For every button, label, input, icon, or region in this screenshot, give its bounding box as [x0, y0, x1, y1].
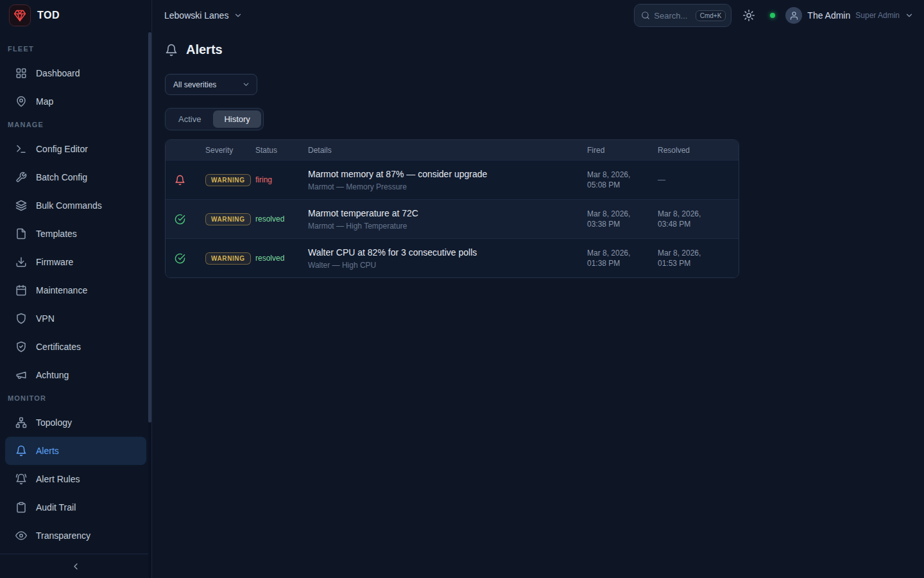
terminal-icon	[15, 143, 27, 155]
fired-time: Mar 8, 2026, 03:38 PM	[587, 209, 646, 229]
sidebar-item-label: Audit Trail	[36, 502, 76, 512]
table-row[interactable]: WARNING resolved Walter CPU at 82% for 3…	[166, 238, 739, 277]
sidebar-item-map[interactable]: Map	[5, 87, 146, 116]
shield-icon	[15, 313, 27, 324]
resolved-time: Mar 8, 2026, 03:48 PM	[658, 209, 717, 229]
layers-icon	[15, 200, 27, 211]
resolved-time: —	[658, 175, 717, 185]
brand-logo[interactable]	[9, 4, 31, 26]
alert-title: Marmot memory at 87% — consider upgrade	[308, 169, 586, 179]
chevron-left-icon	[71, 561, 81, 572]
sidebar-item-label: VPN	[36, 313, 55, 324]
sidebar-item-label: Topology	[36, 417, 72, 428]
file-icon	[15, 228, 27, 240]
avatar	[785, 7, 802, 24]
sidebar-item-label: Transparency	[36, 530, 90, 541]
fired-time: Mar 8, 2026, 05:08 PM	[587, 170, 646, 190]
user-menu[interactable]: The Admin Super Admin	[785, 7, 914, 24]
table-row[interactable]: WARNING resolved Marmot temperature at 7…	[166, 199, 739, 238]
resolved-time: Mar 8, 2026, 01:53 PM	[658, 248, 717, 268]
alert-title: Marmot temperature at 72C	[308, 208, 586, 218]
bell-ring-icon	[15, 473, 27, 485]
connection-status-dot	[770, 13, 775, 18]
chevron-down-icon	[242, 80, 250, 89]
tab-history[interactable]: History	[213, 110, 261, 128]
sidebar-item-label: Achtung	[36, 370, 69, 380]
sidebar-item-achtung[interactable]: Achtung	[5, 361, 146, 389]
sidebar-item-vpn[interactable]: VPN	[5, 304, 146, 333]
sidebar-item-alerts[interactable]: Alerts	[5, 437, 146, 465]
sidebar-item-label: Firmware	[36, 257, 73, 267]
main-area: Lebowski Lanes Cmd+K The Admin Super Adm…	[152, 0, 924, 578]
org-selector[interactable]: Lebowski Lanes	[164, 10, 243, 21]
network-icon	[15, 417, 27, 428]
sidebar-scrollbar-thumb[interactable]	[148, 32, 151, 423]
sidebar-item-maintenance[interactable]: Maintenance	[5, 276, 146, 304]
search-icon	[641, 11, 650, 20]
sidebar-item-alert-rules[interactable]: Alert Rules	[5, 465, 146, 493]
topbar: Lebowski Lanes Cmd+K The Admin Super Adm…	[152, 0, 924, 31]
bell-icon	[165, 44, 178, 57]
sidebar-item-certificates[interactable]: Certificates	[5, 333, 146, 361]
sidebar-item-label: Certificates	[36, 342, 81, 352]
sidebar-item-firmware[interactable]: Firmware	[5, 248, 146, 276]
severity-filter-select[interactable]: All severities	[165, 74, 257, 95]
alerts-table: Severity Status Details Fired Resolved W…	[165, 139, 739, 278]
sidebar-item-bulk-commands[interactable]: Bulk Commands	[5, 191, 146, 220]
clipboard-icon	[15, 502, 27, 513]
sidebar-item-label: Bulk Commands	[36, 200, 102, 211]
user-icon	[789, 11, 799, 21]
severity-filter-value: All severities	[173, 80, 216, 89]
org-name: Lebowski Lanes	[164, 10, 228, 21]
sidebar-item-templates[interactable]: Templates	[5, 220, 146, 248]
dashboard-grid-icon	[15, 67, 27, 79]
sidebar-item-dashboard[interactable]: Dashboard	[5, 59, 146, 87]
alert-subtitle: Marmot — Memory Pressure	[308, 182, 586, 191]
sidebar-item-audit-trail[interactable]: Audit Trail	[5, 493, 146, 521]
bell-icon	[15, 445, 27, 457]
status-text: firing	[255, 175, 307, 184]
header-status: Status	[255, 146, 307, 155]
check-circle-icon	[175, 253, 185, 264]
sidebar-item-transparency[interactable]: Transparency	[5, 521, 146, 550]
wrench-icon	[15, 171, 27, 183]
alert-bell-icon	[175, 175, 185, 186]
sidebar-item-label: Batch Config	[36, 172, 87, 182]
alert-details: Marmot temperature at 72C Marmot — High …	[308, 208, 586, 231]
page-title: Alerts	[186, 42, 223, 57]
sidebar-item-config-editor[interactable]: Config Editor	[5, 135, 146, 163]
search-box[interactable]: Cmd+K	[634, 4, 732, 27]
sidebar-scrollbar[interactable]	[148, 31, 151, 578]
status-text: resolved	[255, 254, 307, 263]
user-menu-chevron	[905, 11, 914, 20]
page-content: Alerts All severities Active History Sev…	[152, 31, 924, 578]
table-row[interactable]: WARNING firing Marmot memory at 87% — co…	[166, 160, 739, 199]
sidebar-item-label: Alerts	[36, 446, 59, 456]
section-label-fleet: FLEET	[5, 40, 146, 59]
severity-badge: WARNING	[205, 174, 251, 186]
alerts-tab-group: Active History	[165, 108, 264, 130]
brand-name: TOD	[37, 10, 60, 21]
sidebar-item-batch-config[interactable]: Batch Config	[5, 163, 146, 191]
alert-subtitle: Walter — High CPU	[308, 261, 586, 270]
sidebar-header: TOD	[0, 0, 151, 31]
user-name: The Admin	[807, 10, 850, 21]
eye-icon	[15, 530, 27, 541]
tab-active[interactable]: Active	[167, 110, 212, 128]
sidebar-item-label: Templates	[36, 229, 77, 239]
alert-title: Walter CPU at 82% for 3 consecutive poll…	[308, 247, 586, 258]
sidebar-item-label: Dashboard	[36, 68, 80, 78]
sidebar-item-label: Alert Rules	[36, 474, 80, 484]
status-text: resolved	[255, 215, 307, 223]
download-icon	[15, 256, 27, 268]
sidebar-collapse-button[interactable]	[0, 554, 151, 578]
search-input[interactable]	[654, 11, 691, 21]
severity-badge: WARNING	[205, 213, 251, 225]
header-details: Details	[308, 146, 586, 155]
shield-check-icon	[15, 341, 27, 353]
sidebar-item-label: Config Editor	[36, 144, 88, 154]
header-resolved: Resolved	[658, 146, 730, 155]
theme-toggle-button[interactable]	[738, 4, 760, 26]
sidebar-item-topology[interactable]: Topology	[5, 408, 146, 437]
check-circle-icon	[175, 214, 185, 225]
